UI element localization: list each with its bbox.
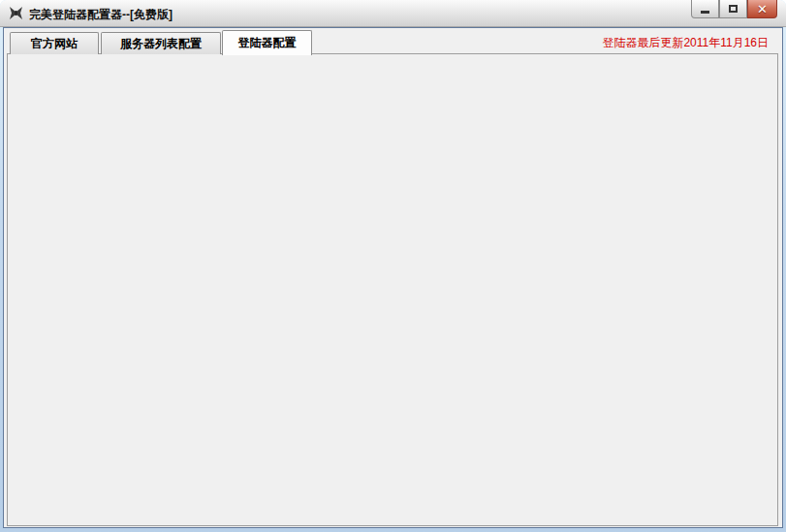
window-controls: ✕ bbox=[691, 0, 777, 19]
maximize-button[interactable] bbox=[719, 0, 747, 18]
minimize-icon bbox=[701, 11, 709, 14]
maximize-icon bbox=[729, 5, 738, 13]
window-title: 完美登陆器配置器--[免费版] bbox=[29, 7, 173, 23]
close-button[interactable]: ✕ bbox=[747, 0, 777, 18]
minimize-button[interactable] bbox=[691, 0, 719, 18]
butterfly-logo-icon bbox=[9, 6, 23, 20]
tab-0[interactable]: 官方网站 bbox=[10, 32, 99, 54]
tab-1[interactable]: 服务器列表配置 bbox=[101, 32, 221, 54]
tab-panel-launcher-config bbox=[7, 53, 778, 526]
app-window: 完美登陆器配置器--[免费版] ✕ 官方网站服务器列表配置登陆器配置 登陆器最后… bbox=[0, 0, 786, 532]
title-bar[interactable]: 完美登陆器配置器--[免费版] ✕ bbox=[0, 0, 786, 27]
last-update-notice: 登陆器最后更新2011年11月16日 bbox=[602, 35, 769, 51]
tab-2[interactable]: 登陆器配置 bbox=[222, 30, 312, 55]
close-icon: ✕ bbox=[757, 2, 768, 16]
